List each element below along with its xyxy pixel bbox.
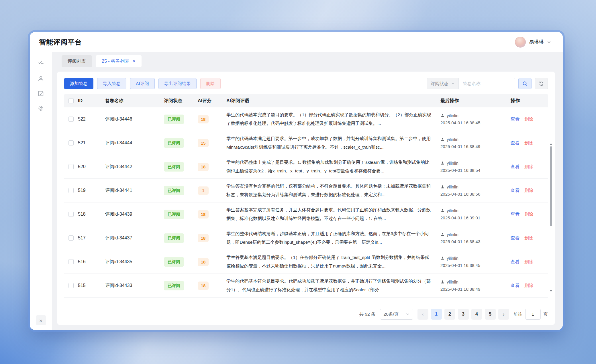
search-input[interactable] (459, 78, 515, 89)
page-title: 智能评阅平台 (39, 38, 82, 47)
view-link[interactable]: 查看 (511, 164, 519, 170)
score-badge: 18 (198, 163, 209, 171)
score-badge: 18 (198, 258, 209, 266)
search-button[interactable] (518, 78, 532, 89)
app-header: 智能评阅平台 易琳琳 (30, 32, 563, 52)
sidebar-item-review-list[interactable] (34, 56, 48, 71)
avatar (515, 37, 526, 48)
status-badge: 已评阅 (164, 233, 184, 243)
sidebar-item-answer-sheets[interactable] (34, 86, 48, 101)
sidebar-item-settings[interactable] (34, 101, 48, 116)
table-row: 519 评阅id-34441 已评阅 1 学生答案没有包含完整的代码，仅有部分结… (64, 179, 548, 202)
row-name: 评阅id-34437 (105, 235, 164, 241)
view-link[interactable]: 查看 (511, 188, 519, 194)
delete-link[interactable]: 删除 (524, 188, 533, 194)
row-checkbox[interactable] (68, 164, 74, 169)
row-checkbox[interactable] (68, 140, 74, 145)
person-icon (440, 113, 445, 118)
table-row: 516 评阅id-34435 已评阅 18 学生答案基本满足题目的要求。（1）任… (64, 250, 548, 274)
tab-review-list[interactable]: 评阅列表 (62, 55, 92, 67)
delete-link[interactable]: 删除 (524, 116, 533, 122)
person-icon (440, 256, 445, 260)
person-icon (440, 161, 445, 165)
row-comment: 学生的代码基本完成了题目的要求。（1）部分代码正确实现了数据集的加载和切分。（2… (226, 111, 440, 128)
status-badge: 已评阅 (164, 186, 184, 195)
select-all-checkbox[interactable] (68, 98, 74, 103)
tab-answer-list[interactable]: 25 - 答卷列表 × (96, 55, 142, 67)
row-time: 2025-04-01 16:38:43 (440, 238, 511, 245)
page-button-5[interactable]: 5 (485, 309, 496, 320)
view-link[interactable]: 查看 (511, 283, 519, 289)
chevron-down-icon (406, 312, 409, 316)
goto-page-input[interactable] (525, 309, 541, 320)
view-link[interactable]: 查看 (511, 116, 519, 122)
gear-icon (37, 105, 44, 112)
page-button-2[interactable]: 2 (444, 309, 455, 320)
scroll-up-icon[interactable] (550, 143, 552, 145)
scrollbar-thumb[interactable] (550, 146, 552, 226)
refresh-button[interactable] (535, 78, 548, 89)
row-operator: yilinlin (447, 278, 458, 286)
export-results-button[interactable]: 导出评阅结果 (158, 78, 197, 89)
view-link[interactable]: 查看 (511, 211, 519, 217)
score-badge: 15 (198, 139, 209, 147)
row-time: 2025-04-01 16:38:49 (440, 143, 511, 150)
row-operator: yilinlin (447, 136, 458, 143)
row-name: 评阅id-34446 (105, 116, 164, 122)
delete-link[interactable]: 删除 (524, 164, 533, 170)
add-answer-button[interactable]: 添加答卷 (64, 78, 93, 89)
delete-link[interactable]: 删除 (524, 140, 533, 146)
delete-link[interactable]: 删除 (524, 211, 533, 217)
import-answer-button[interactable]: 导入答卷 (97, 78, 126, 89)
view-link[interactable]: 查看 (511, 259, 519, 265)
page-button-4[interactable]: 4 (471, 309, 482, 320)
delete-button[interactable]: 删除 (200, 78, 221, 89)
score-badge: 18 (198, 115, 209, 123)
row-checkbox[interactable] (68, 188, 74, 193)
page-button-3[interactable]: 3 (458, 309, 469, 320)
row-time: 2025-04-01 16:38:45 (440, 262, 511, 269)
score-badge: 18 (198, 282, 209, 290)
row-comment: 学生答案没有包含完整的代码，仅有部分结构，不符合题目要求。具体问题包括：未加载鸢… (226, 182, 440, 199)
col-score: AI评分 (198, 98, 226, 104)
page-size-label: 20条/页 (384, 311, 399, 317)
row-checkbox[interactable] (68, 283, 74, 288)
row-checkbox[interactable] (68, 212, 74, 217)
table-row: 517 评阅id-34437 已评阅 18 学生的整体代码结构清晰，步骤基本正确… (64, 226, 548, 250)
tab-close-icon[interactable]: × (133, 59, 136, 64)
row-comment: 学生答案基本满足题目的要求。（1）任务部分正确使用了`train_test_sp… (226, 253, 440, 270)
view-link[interactable]: 查看 (511, 235, 519, 241)
goto-suffix: 页 (544, 311, 548, 317)
table-scrollbar[interactable] (549, 143, 553, 292)
row-checkbox[interactable] (68, 235, 74, 241)
row-operator: yilinlin (447, 160, 458, 167)
status-filter-label: 评阅状态 (431, 81, 448, 87)
table-body: 522 评阅id-34446 已评阅 18 学生的代码基本完成了题目的要求。（1… (64, 107, 548, 298)
next-page-button[interactable]: › (498, 309, 509, 320)
status-filter-select[interactable]: 评阅状态 (427, 78, 459, 89)
row-name: 评阅id-34441 (105, 188, 164, 194)
view-link[interactable]: 查看 (511, 140, 519, 146)
table-row: 518 评阅id-34439 已评阅 18 学生答案基本完成了所有任务，并且大体… (64, 202, 548, 226)
status-badge: 已评阅 (164, 281, 184, 290)
row-comment: 学生的代码整体上完成了题目要求。1. 数据集的加载和划分正确使用了'sklear… (226, 158, 440, 175)
page-button-1[interactable]: 1 (431, 309, 442, 320)
user-menu[interactable]: 易琳琳 (515, 37, 551, 48)
row-operator: yilinlin (447, 183, 458, 191)
row-name: 评阅id-34444 (105, 140, 164, 146)
page-size-select[interactable]: 20条/页 (380, 309, 413, 320)
delete-link[interactable]: 删除 (524, 259, 533, 265)
row-operator: yilinlin (447, 255, 458, 262)
sidebar-item-users[interactable] (34, 71, 48, 86)
delete-link[interactable]: 删除 (524, 283, 533, 289)
sidebar-expand-button[interactable]: » (36, 315, 46, 325)
row-checkbox[interactable] (68, 117, 74, 122)
row-id: 518 (78, 212, 105, 217)
row-checkbox[interactable] (68, 259, 74, 264)
ai-review-button[interactable]: AI评阅 (130, 78, 155, 89)
prev-page-button[interactable]: ‹ (417, 309, 428, 320)
table-row: 515 评阅id-34433 已评阅 18 学生的代码基本符合题目要求。代码成功… (64, 274, 548, 298)
table-row: 522 评阅id-34446 已评阅 18 学生的代码基本完成了题目的要求。（1… (64, 107, 548, 131)
scroll-down-icon[interactable] (550, 290, 552, 292)
delete-link[interactable]: 删除 (524, 235, 533, 241)
